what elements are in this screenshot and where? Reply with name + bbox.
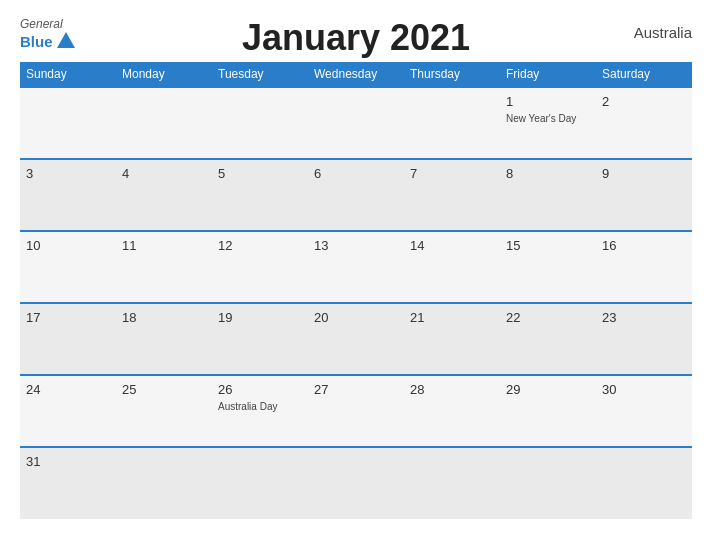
- day-number: 24: [26, 381, 110, 399]
- day-event: New Year's Day: [506, 112, 590, 125]
- calendar-day-cell: [404, 447, 500, 519]
- day-number: 9: [602, 165, 686, 183]
- calendar-day-cell: 17: [20, 303, 116, 375]
- calendar-day-cell: 27: [308, 375, 404, 447]
- day-number: 22: [506, 309, 590, 327]
- weekday-header-row: Sunday Monday Tuesday Wednesday Thursday…: [20, 62, 692, 87]
- day-number: 2: [602, 93, 686, 111]
- calendar-day-cell: [308, 447, 404, 519]
- day-number: 25: [122, 381, 206, 399]
- calendar-day-cell: 3: [20, 159, 116, 231]
- calendar-day-cell: 22: [500, 303, 596, 375]
- calendar-day-cell: [404, 87, 500, 159]
- calendar-day-cell: 31: [20, 447, 116, 519]
- calendar-week-row: 31: [20, 447, 692, 519]
- calendar-day-cell: 19: [212, 303, 308, 375]
- day-number: 18: [122, 309, 206, 327]
- day-number: 14: [410, 237, 494, 255]
- country-label: Australia: [612, 18, 692, 41]
- calendar-day-cell: 9: [596, 159, 692, 231]
- header-tuesday: Tuesday: [212, 62, 308, 87]
- header-wednesday: Wednesday: [308, 62, 404, 87]
- calendar-day-cell: 2: [596, 87, 692, 159]
- day-number: 15: [506, 237, 590, 255]
- day-number: 28: [410, 381, 494, 399]
- calendar-day-cell: 12: [212, 231, 308, 303]
- day-number: 6: [314, 165, 398, 183]
- day-number: 16: [602, 237, 686, 255]
- calendar-header: General Blue January 2021 Australia: [20, 18, 692, 56]
- calendar-title: January 2021: [100, 18, 612, 56]
- calendar-day-cell: 14: [404, 231, 500, 303]
- day-number: 27: [314, 381, 398, 399]
- logo: General Blue: [20, 18, 100, 52]
- calendar-table: Sunday Monday Tuesday Wednesday Thursday…: [20, 62, 692, 519]
- calendar-day-cell: [116, 447, 212, 519]
- header-monday: Monday: [116, 62, 212, 87]
- calendar-day-cell: 18: [116, 303, 212, 375]
- calendar-day-cell: 4: [116, 159, 212, 231]
- day-number: 7: [410, 165, 494, 183]
- calendar-day-cell: 23: [596, 303, 692, 375]
- day-number: 8: [506, 165, 590, 183]
- day-number: 21: [410, 309, 494, 327]
- day-number: 10: [26, 237, 110, 255]
- calendar-day-cell: 11: [116, 231, 212, 303]
- calendar-page: General Blue January 2021 Australia Sund…: [0, 0, 712, 550]
- logo-blue: Blue: [20, 34, 53, 49]
- day-number: 31: [26, 453, 110, 471]
- calendar-day-cell: 10: [20, 231, 116, 303]
- day-event: Australia Day: [218, 400, 302, 413]
- calendar-day-cell: [212, 87, 308, 159]
- calendar-week-row: 17181920212223: [20, 303, 692, 375]
- day-number: 1: [506, 93, 590, 111]
- calendar-week-row: 3456789: [20, 159, 692, 231]
- header-friday: Friday: [500, 62, 596, 87]
- calendar-day-cell: 13: [308, 231, 404, 303]
- calendar-day-cell: 7: [404, 159, 500, 231]
- day-number: 23: [602, 309, 686, 327]
- day-number: 3: [26, 165, 110, 183]
- day-number: 20: [314, 309, 398, 327]
- calendar-week-row: 10111213141516: [20, 231, 692, 303]
- svg-marker-0: [57, 32, 75, 48]
- calendar-day-cell: 21: [404, 303, 500, 375]
- calendar-day-cell: 25: [116, 375, 212, 447]
- calendar-week-row: 242526Australia Day27282930: [20, 375, 692, 447]
- day-number: 19: [218, 309, 302, 327]
- calendar-day-cell: [500, 447, 596, 519]
- day-number: 5: [218, 165, 302, 183]
- calendar-day-cell: [212, 447, 308, 519]
- calendar-day-cell: 24: [20, 375, 116, 447]
- header-sunday: Sunday: [20, 62, 116, 87]
- calendar-day-cell: 8: [500, 159, 596, 231]
- calendar-day-cell: 28: [404, 375, 500, 447]
- day-number: 30: [602, 381, 686, 399]
- day-number: 17: [26, 309, 110, 327]
- calendar-day-cell: [596, 447, 692, 519]
- calendar-week-row: 1New Year's Day2: [20, 87, 692, 159]
- day-number: 4: [122, 165, 206, 183]
- calendar-day-cell: 29: [500, 375, 596, 447]
- calendar-day-cell: 1New Year's Day: [500, 87, 596, 159]
- calendar-day-cell: 5: [212, 159, 308, 231]
- day-number: 12: [218, 237, 302, 255]
- day-number: 13: [314, 237, 398, 255]
- logo-flag-icon: [53, 30, 77, 52]
- day-number: 29: [506, 381, 590, 399]
- header-saturday: Saturday: [596, 62, 692, 87]
- calendar-day-cell: 6: [308, 159, 404, 231]
- logo-general: General: [20, 18, 77, 30]
- logo-text: General Blue: [20, 18, 77, 52]
- calendar-day-cell: 30: [596, 375, 692, 447]
- day-number: 11: [122, 237, 206, 255]
- calendar-day-cell: [308, 87, 404, 159]
- header-thursday: Thursday: [404, 62, 500, 87]
- calendar-day-cell: [116, 87, 212, 159]
- calendar-day-cell: [20, 87, 116, 159]
- calendar-day-cell: 15: [500, 231, 596, 303]
- calendar-day-cell: 16: [596, 231, 692, 303]
- day-number: 26: [218, 381, 302, 399]
- calendar-day-cell: 20: [308, 303, 404, 375]
- calendar-day-cell: 26Australia Day: [212, 375, 308, 447]
